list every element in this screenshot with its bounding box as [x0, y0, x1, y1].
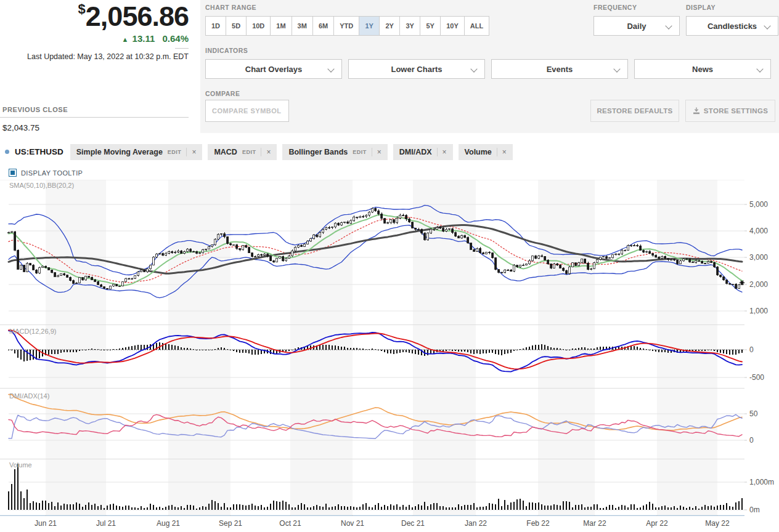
display-tooltip-toggle[interactable]: DISPLAY TOOLTIP [9, 169, 83, 177]
divider [175, 48, 189, 49]
svg-text:1,000m: 1,000m [749, 478, 774, 486]
svg-text:-500: -500 [749, 373, 764, 382]
restore-defaults-button[interactable]: RESTORE DEFAULTS [590, 100, 679, 122]
close-icon[interactable]: × [377, 148, 381, 156]
chip-label: Simple Moving Average [76, 148, 163, 156]
svg-text:3,000: 3,000 [749, 253, 768, 262]
svg-text:50: 50 [749, 409, 758, 418]
chart-overlays-dropdown[interactable]: Chart Overlays [205, 59, 342, 79]
close-icon[interactable]: × [443, 148, 447, 156]
indicator-chip-bollinger[interactable]: Bollinger Bands EDIT × [282, 144, 387, 160]
svg-text:1,000: 1,000 [749, 307, 768, 315]
svg-text:0m: 0m [749, 506, 760, 514]
range-button-ytd[interactable]: YTD [333, 16, 359, 36]
range-button-3m[interactable]: 3M [292, 16, 313, 36]
compare-label: COMPARE [205, 90, 240, 97]
range-button-3y[interactable]: 3Y [399, 16, 420, 36]
price-panel-label: SMA(50,10),BB(20,2) [9, 182, 74, 189]
checkbox-check [10, 171, 15, 175]
x-axis-label: Mar 22 [573, 519, 616, 528]
x-axis-label: Sep 21 [209, 519, 252, 528]
divider [497, 148, 497, 156]
display-tooltip-label: DISPLAY TOOLTIP [21, 169, 83, 177]
chip-label: Bollinger Bands [288, 148, 348, 156]
sma-10-line [9, 215, 742, 286]
news-dropdown[interactable]: News [634, 59, 771, 79]
x-axis-label: Aug 21 [147, 519, 190, 528]
indicator-chip-volume[interactable]: Volume × [459, 144, 513, 160]
chart-area[interactable]: 5,0004,0003,0002,0001,0000-5005001,000m0… [0, 180, 779, 516]
x-axis-label: Oct 21 [269, 519, 312, 528]
display-value: Candlesticks [708, 22, 757, 31]
range-button-10d[interactable]: 10D [246, 16, 271, 36]
events-value: Events [547, 65, 573, 74]
news-value: News [692, 65, 713, 74]
frequency-dropdown[interactable]: Daily [593, 16, 680, 36]
chart-canvas[interactable]: 5,0004,0003,0002,0001,0000-5005001,000m0… [0, 180, 779, 516]
divider [261, 148, 261, 156]
divider [437, 148, 438, 156]
indicator-chip-macd[interactable]: MACD EDIT × [208, 144, 277, 160]
symbol-name: US:ETHUSD [15, 147, 63, 156]
indicator-chip-dmi-adx[interactable]: DMI/ADX × [393, 144, 453, 160]
chip-edit-button[interactable]: EDIT [242, 149, 256, 155]
svg-text:5,000: 5,000 [749, 200, 768, 209]
range-button-5d[interactable]: 5D [226, 16, 247, 36]
divider [186, 148, 187, 156]
chip-edit-button[interactable]: EDIT [168, 149, 182, 155]
chart-range-label: CHART RANGE [205, 4, 256, 11]
chart-overlays-value: Chart Overlays [245, 65, 303, 74]
chevron-down-icon [613, 65, 620, 72]
currency-symbol: $ [78, 1, 86, 17]
previous-close-value: $2,043.75 [0, 123, 189, 132]
events-dropdown[interactable]: Events [491, 59, 628, 79]
chip-label: MACD [214, 148, 237, 156]
download-icon [693, 107, 700, 115]
current-price: $2,056.86 [0, 2, 189, 30]
chevron-down-icon [327, 65, 334, 72]
plus-di-line [9, 414, 742, 437]
quote-section: $2,056.86 ▲ 13.11 0.64% Last Updated: Ma… [0, 2, 189, 61]
close-icon[interactable]: × [502, 148, 507, 156]
display-label: DISPLAY [686, 4, 716, 11]
close-icon[interactable]: × [192, 148, 196, 156]
last-updated: Last Updated: May 13, 2022 at 10:32 p.m.… [0, 52, 189, 61]
svg-text:0: 0 [749, 345, 754, 354]
lower-charts-value: Lower Charts [391, 65, 442, 74]
up-arrow-icon: ▲ [122, 36, 129, 43]
x-axis-label: Feb 22 [516, 519, 560, 528]
advanced-chart-page: $2,056.86 ▲ 13.11 0.64% Last Updated: Ma… [0, 0, 779, 532]
store-settings-button[interactable]: STORE SETTINGS [685, 100, 775, 122]
chip-label: Volume [465, 148, 492, 156]
frequency-value: Daily [627, 22, 646, 31]
indicator-chip-sma[interactable]: Simple Moving Average EDIT × [70, 144, 203, 160]
range-button-1m[interactable]: 1M [270, 16, 292, 36]
svg-text:4,000: 4,000 [749, 227, 768, 235]
previous-close-section: PREVIOUS CLOSE $2,043.75 [0, 106, 189, 132]
range-button-2y[interactable]: 2Y [379, 16, 400, 36]
x-axis-label: Nov 21 [331, 519, 374, 528]
display-tooltip-checkbox[interactable] [9, 169, 17, 177]
range-button-6m[interactable]: 6M [312, 16, 334, 36]
range-button-1y-selected[interactable]: 1Y [359, 16, 380, 36]
range-button-all[interactable]: ALL [464, 16, 489, 36]
svg-text:0: 0 [749, 436, 754, 445]
compare-symbol-input[interactable] [205, 100, 289, 122]
range-button-group: 1D 5D 10D 1M 3M 6M YTD 1Y 2Y 3Y 5Y 10Y A… [205, 16, 489, 36]
chip-edit-button[interactable]: EDIT [353, 149, 367, 155]
display-dropdown[interactable]: Candlesticks [686, 16, 778, 36]
range-button-5y[interactable]: 5Y [420, 16, 441, 36]
lower-charts-dropdown[interactable]: Lower Charts [348, 59, 485, 79]
x-axis-label: Dec 21 [391, 519, 434, 528]
range-button-1d[interactable]: 1D [205, 16, 226, 36]
sma-50-line [9, 225, 742, 274]
chevron-down-icon [756, 65, 763, 72]
macd-line [9, 331, 742, 372]
close-icon[interactable]: × [266, 148, 271, 156]
x-axis-label: Apr 22 [635, 519, 679, 528]
change-value: 13.11 [133, 33, 155, 44]
range-button-10y[interactable]: 10Y [440, 16, 465, 36]
divider [0, 117, 189, 118]
symbol-row: US:ETHUSD Simple Moving Average EDIT × M… [5, 143, 513, 160]
indicators-label: INDICATORS [205, 47, 248, 54]
